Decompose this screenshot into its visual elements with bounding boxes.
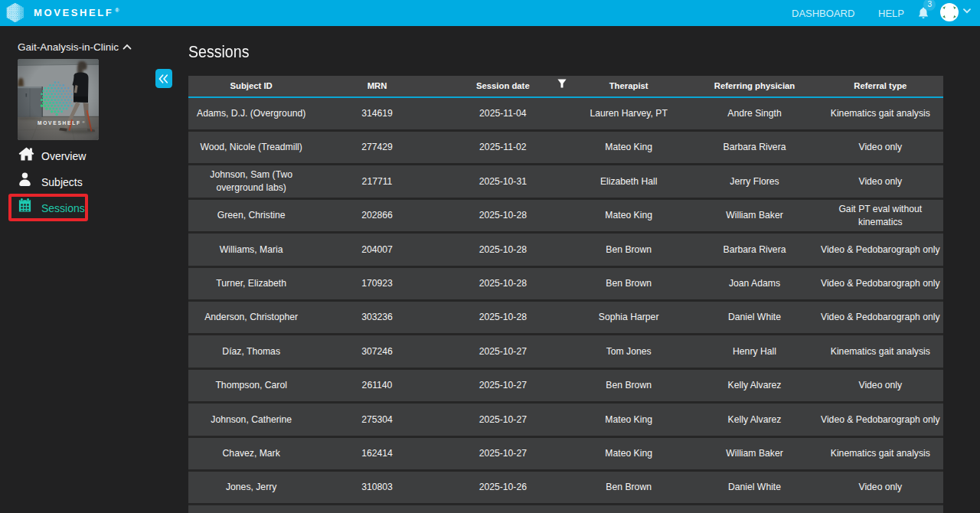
svg-text:®: ® — [83, 120, 85, 124]
svg-text:MOVESHELF: MOVESHELF — [38, 120, 81, 126]
